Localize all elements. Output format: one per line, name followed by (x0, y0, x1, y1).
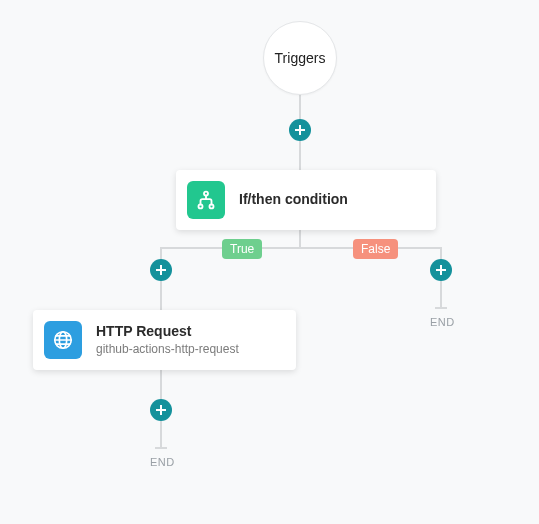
connector-line (160, 368, 162, 400)
connector-line (160, 420, 162, 448)
svg-point-1 (198, 204, 202, 208)
plus-icon (155, 264, 167, 276)
workflow-canvas: Triggers If/then condition True False (0, 0, 539, 524)
trigger-node[interactable]: Triggers (263, 21, 337, 95)
branch-icon (187, 181, 225, 219)
trigger-label: Triggers (275, 50, 326, 66)
connector-line (160, 280, 162, 311)
end-label-left: END (150, 456, 175, 468)
connector-line (299, 230, 301, 248)
plus-icon (155, 404, 167, 416)
plus-icon (294, 124, 306, 136)
http-text: HTTP Request github-actions-http-request (96, 323, 239, 358)
condition-text: If/then condition (239, 191, 348, 209)
http-title: HTTP Request (96, 323, 239, 341)
add-step-button-true-branch[interactable] (150, 259, 172, 281)
add-step-button-after-http[interactable] (150, 399, 172, 421)
connector-line (440, 280, 442, 308)
connector-line (299, 140, 301, 172)
plus-icon (435, 264, 447, 276)
condition-title: If/then condition (239, 191, 348, 209)
end-cap (435, 307, 447, 309)
connector-line (299, 94, 301, 121)
branch-label-false: False (353, 239, 398, 259)
globe-icon (44, 321, 82, 359)
branch-label-true: True (222, 239, 262, 259)
connector-line (160, 247, 442, 249)
add-step-button[interactable] (289, 119, 311, 141)
end-label-right: END (430, 316, 455, 328)
add-step-button-false-branch[interactable] (430, 259, 452, 281)
http-subtitle: github-actions-http-request (96, 342, 239, 357)
http-request-node[interactable]: HTTP Request github-actions-http-request (33, 310, 296, 370)
svg-point-2 (209, 204, 213, 208)
condition-node[interactable]: If/then condition (176, 170, 436, 230)
end-cap (155, 447, 167, 449)
